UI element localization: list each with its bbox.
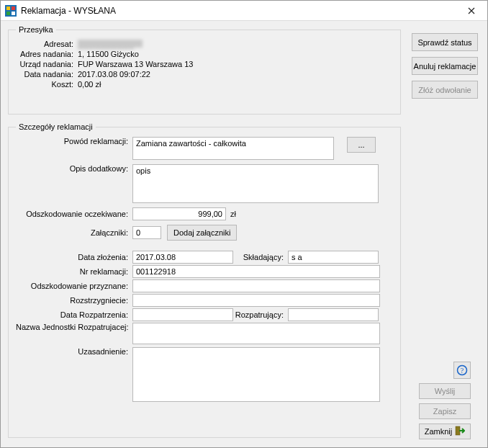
odszk-unit: zł [226, 210, 236, 218]
data-rozpatrzenia-input [132, 308, 233, 321]
adres-nadania-label: Adres nadania: [16, 50, 78, 58]
zloz-odwolanie-button: Złóż odwołanie [412, 81, 478, 99]
przesylka-legend: Przesyłka [16, 25, 56, 34]
nazwa-jednostki-input [132, 323, 380, 344]
exit-icon [455, 426, 465, 437]
powod-label: Powód reklamacji: [16, 137, 132, 145]
svg-rect-3 [6, 12, 10, 15]
anuluj-reklamacje-button[interactable]: Anuluj reklamacje [412, 57, 478, 75]
close-button[interactable] [456, 1, 487, 21]
opis-label: Opis dodatkowy: [16, 164, 132, 173]
app-icon [5, 5, 17, 17]
reklamacja-window: Reklamacja - WYSŁANA Sprawdź status Anul… [0, 0, 488, 448]
adresat-label: Adresat: [16, 40, 78, 48]
uzasadnienie-label: Uzasadnienie: [16, 347, 132, 356]
nazwa-jednostki-label: Nazwa Jednostki Rozpatrujacej: [16, 323, 132, 331]
nr-reklamacji-input [132, 265, 380, 278]
uzasadnienie-input [132, 347, 380, 402]
adres-nadania-value: 1, 11500 Giżycko [78, 50, 139, 58]
koszt-value: 0,00 zł [78, 80, 101, 89]
koszt-label: Koszt: [16, 80, 78, 89]
zalaczniki-count [132, 226, 161, 239]
skladajacy-label: Składający: [233, 253, 288, 261]
client-area: Sprawdź status Anuluj reklamacje Złóż od… [1, 21, 487, 447]
svg-rect-2 [12, 6, 15, 10]
odszk-oczek-label: Odszkodowanie oczekiwane: [16, 210, 132, 218]
odszk-przyzn-label: Odszkodowanie przyznane: [16, 282, 132, 290]
zamknij-button[interactable]: Zamknij [419, 424, 471, 439]
zapisz-button: Zapisz [419, 403, 471, 419]
dodaj-zalaczniki-button[interactable]: Dodaj załączniki [167, 225, 237, 241]
rozstrzygniecie-input [132, 294, 380, 307]
rozstrzygniecie-label: Rozstrzygniecie: [16, 296, 132, 305]
titlebar: Reklamacja - WYSŁANA [1, 1, 487, 21]
zamknij-label: Zamknij [425, 427, 453, 436]
data-rozpatrzenia-label: Data Rozpatrzenia: [16, 310, 132, 319]
skladajacy-input [288, 251, 379, 264]
urzad-nadania-label: Urząd nadania: [16, 60, 78, 68]
szczegoly-legend: Szczegóły reklamacji [16, 122, 96, 131]
powod-input[interactable] [132, 137, 334, 160]
urzad-nadania-value: FUP Warszawa 13 Warszawa 13 [78, 60, 193, 68]
przesylka-box: Przesyłka Adresat: ██████████ Adres nada… [8, 25, 401, 115]
svg-rect-1 [6, 6, 10, 10]
rozpatrujacy-input [288, 308, 379, 321]
sprawdz-status-button[interactable]: Sprawdź status [412, 33, 478, 51]
help-button[interactable]: ? [453, 362, 471, 379]
wyslij-button: Wyślij [419, 383, 471, 399]
window-title: Reklamacja - WYSŁANA [21, 6, 456, 16]
odszk-oczek-input[interactable] [132, 207, 226, 220]
odszk-przyzn-input [132, 279, 380, 292]
zalaczniki-label: Załączniki: [16, 228, 132, 237]
opis-input[interactable]: opis [132, 164, 379, 203]
szczegoly-box: Szczegóły reklamacji Powód reklamacji: .… [8, 122, 401, 438]
data-zlozenia-input [132, 251, 233, 264]
data-nadania-label: Data nadania: [16, 70, 78, 79]
svg-rect-4 [12, 12, 15, 15]
powod-more-button[interactable]: ... [347, 137, 376, 153]
adresat-value: ██████████ [78, 40, 143, 48]
nr-reklamacji-label: Nr reklamacji: [16, 267, 132, 276]
data-zlozenia-label: Data złożenia: [16, 253, 132, 261]
svg-text:?: ? [461, 367, 464, 375]
data-nadania-value: 2017.03.08 09:07:22 [78, 70, 150, 79]
rozpatrujacy-label: Rozpatrujący: [233, 310, 288, 319]
